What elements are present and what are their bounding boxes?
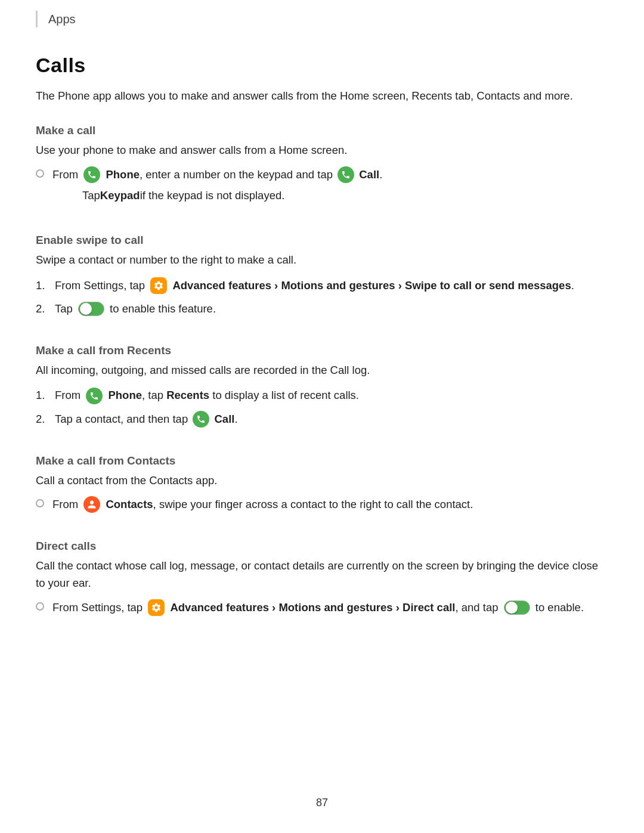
section-heading-direct-calls: Direct calls bbox=[36, 540, 608, 553]
list-num: 2. bbox=[36, 301, 55, 318]
keypad-label: Keypad bbox=[100, 187, 140, 205]
breadcrumb-text: Apps bbox=[48, 13, 76, 26]
toggle-switch bbox=[78, 302, 104, 316]
list-item-text: Tap a contact, and then tap Call. bbox=[55, 411, 238, 428]
list-item: 1. From Settings, tap Advanced features … bbox=[36, 277, 608, 295]
breadcrumb: Apps bbox=[36, 11, 608, 27]
contacts-icon bbox=[83, 496, 100, 513]
section-make-a-call: Make a call Use your phone to make and a… bbox=[36, 124, 608, 208]
make-a-call-bullets: From Phone, enter a number on the keypad… bbox=[36, 166, 608, 208]
sub-list-item: Tap Keypad if the keypad is not displaye… bbox=[82, 187, 382, 205]
toggle-track bbox=[78, 302, 104, 316]
direct-calls-bullets: From Settings, tap Advanced features › M… bbox=[36, 599, 608, 617]
section-heading-contacts: Make a call from Contacts bbox=[36, 454, 608, 467]
list-item: From Settings, tap Advanced features › M… bbox=[36, 599, 608, 617]
list-item-text: From Phone, tap Recents to display a lis… bbox=[55, 387, 359, 404]
section-direct-calls: Direct calls Call the contact whose call… bbox=[36, 540, 608, 616]
settings-icon bbox=[148, 599, 165, 616]
page-title: Calls bbox=[36, 54, 608, 77]
section-heading-enable-swipe: Enable swipe to call bbox=[36, 234, 608, 247]
bullet-circle-icon bbox=[36, 499, 44, 507]
phone-label: Phone bbox=[108, 389, 142, 401]
page-container: Apps Calls The Phone app allows you to m… bbox=[0, 0, 644, 833]
list-item: 2. Tap a contact, and then tap Call. bbox=[36, 411, 608, 428]
toggle-thumb bbox=[80, 303, 92, 315]
list-num: 2. bbox=[36, 411, 55, 428]
list-item-text: From Contacts, swipe your finger across … bbox=[52, 496, 473, 513]
section-make-a-call-desc: Use your phone to make and answer calls … bbox=[36, 142, 608, 159]
section-heading-recents: Make a call from Recents bbox=[36, 344, 608, 357]
recents-label: Recents bbox=[166, 389, 209, 401]
contacts-label: Contacts bbox=[106, 498, 153, 510]
list-item: From Contacts, swipe your finger across … bbox=[36, 496, 608, 513]
list-item-text: From Settings, tap Advanced features › M… bbox=[55, 277, 574, 295]
bullet-circle-icon bbox=[36, 602, 44, 611]
list-item: 2. Tap to enable this feature. bbox=[36, 301, 608, 318]
call-label: Call bbox=[214, 413, 234, 425]
call-label: Call bbox=[359, 168, 379, 181]
call-icon bbox=[193, 411, 209, 428]
section-heading-make-a-call: Make a call bbox=[36, 124, 608, 137]
toggle-thumb-2 bbox=[506, 602, 518, 614]
section-enable-swipe: Enable swipe to call Swipe a contact or … bbox=[36, 234, 608, 317]
toggle-switch-2 bbox=[504, 600, 530, 615]
enable-swipe-numbered-list: 1. From Settings, tap Advanced features … bbox=[36, 277, 608, 318]
advanced-features-label: Advanced features › Motions and gestures… bbox=[172, 279, 571, 292]
list-item-text: Tap to enable this feature. bbox=[55, 301, 216, 318]
call-icon bbox=[338, 166, 354, 183]
phone-icon bbox=[83, 166, 100, 183]
list-num: 1. bbox=[36, 387, 55, 404]
toggle-track-2 bbox=[504, 600, 530, 615]
list-item: From Phone, enter a number on the keypad… bbox=[36, 166, 608, 208]
settings-icon bbox=[150, 277, 167, 294]
direct-call-path: Advanced features › Motions and gestures… bbox=[170, 601, 455, 614]
list-item-text: From Phone, enter a number on the keypad… bbox=[52, 166, 382, 208]
phone-label: Phone bbox=[106, 168, 140, 181]
page-number: 87 bbox=[316, 797, 328, 809]
list-item: 1. From Phone, tap Recents to display a … bbox=[36, 387, 608, 404]
bullet-circle-icon bbox=[36, 169, 44, 178]
recents-numbered-list: 1. From Phone, tap Recents to display a … bbox=[36, 387, 608, 428]
section-make-call-recents: Make a call from Recents All incoming, o… bbox=[36, 344, 608, 428]
phone-icon bbox=[86, 388, 103, 404]
section-direct-calls-desc: Call the contact whose call log, message… bbox=[36, 558, 608, 592]
contacts-bullets: From Contacts, swipe your finger across … bbox=[36, 496, 608, 513]
section-enable-swipe-desc: Swipe a contact or number to the right t… bbox=[36, 252, 608, 269]
section-make-call-contacts: Make a call from Contacts Call a contact… bbox=[36, 454, 608, 514]
list-item-text: From Settings, tap Advanced features › M… bbox=[52, 599, 584, 617]
intro-paragraph: The Phone app allows you to make and ans… bbox=[36, 88, 608, 105]
sub-bullet-list: Tap Keypad if the keypad is not displaye… bbox=[82, 187, 382, 205]
section-recents-desc: All incoming, outgoing, and missed calls… bbox=[36, 362, 608, 379]
list-num: 1. bbox=[36, 277, 55, 295]
section-contacts-desc: Call a contact from the Contacts app. bbox=[36, 472, 608, 490]
